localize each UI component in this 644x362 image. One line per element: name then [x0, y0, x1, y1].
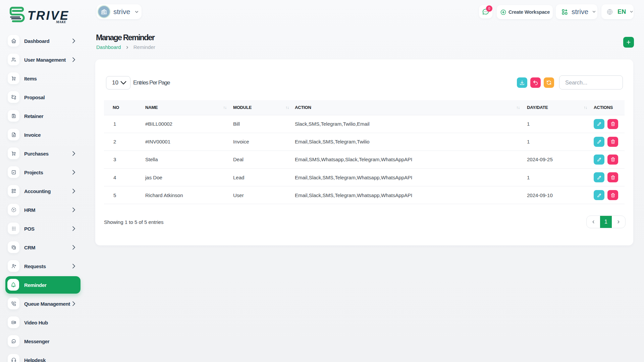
svg-text:MAKE: MAKE	[56, 20, 66, 24]
